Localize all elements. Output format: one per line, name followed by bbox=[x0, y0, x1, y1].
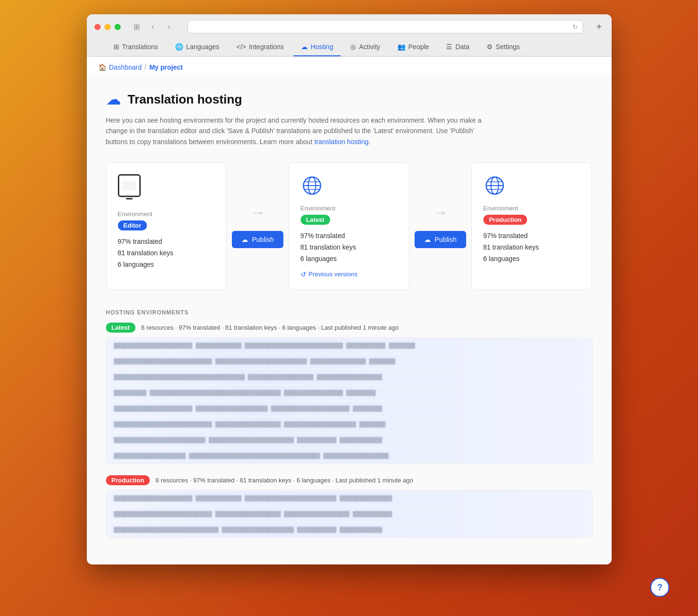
production-hosting-badge: Production bbox=[106, 475, 150, 485]
production-hosting-stats: 8 resources · 97% translated · 81 transl… bbox=[156, 477, 413, 484]
translations-icon: ⊞ bbox=[114, 43, 119, 51]
publish-area-1: → ☁ Publish bbox=[227, 162, 288, 290]
latest-hosting-badge: Latest bbox=[106, 323, 135, 333]
resource-row: ████████████████████████ ██████████████ … bbox=[106, 491, 592, 506]
production-env-label: Environment Production bbox=[483, 205, 581, 225]
settings-icon: ⚙ bbox=[487, 43, 493, 51]
page-description: Here you can see hosting environments fo… bbox=[106, 115, 497, 147]
hosting-icon: ☁ bbox=[301, 43, 308, 51]
publish-area-2: → ☁ Publish bbox=[409, 162, 471, 290]
project-link[interactable]: My project bbox=[149, 63, 183, 71]
production-resource-table: ████████████████████████ ██████████████ … bbox=[106, 490, 593, 538]
resource-row: ████████████████████████████ ███████████… bbox=[106, 432, 592, 448]
sidebar-toggle-button[interactable]: ⊞ bbox=[130, 20, 144, 33]
reload-icon[interactable]: ↻ bbox=[573, 23, 578, 31]
history-icon: ↺ bbox=[301, 271, 306, 278]
languages-icon: 🌐 bbox=[175, 43, 183, 51]
hosting-section-title: HOSTING ENVIRONMENTS bbox=[106, 309, 593, 316]
address-bar[interactable]: ↻ bbox=[188, 20, 583, 33]
editor-stats: 97% translated 81 translation keys 6 lan… bbox=[118, 236, 215, 270]
resource-row: ██████████████████████████████ █████████… bbox=[106, 417, 592, 432]
production-stats: 97% translated 81 translation keys 6 lan… bbox=[483, 230, 581, 264]
data-icon: ☰ bbox=[446, 43, 452, 51]
publish-button-2[interactable]: ☁ Publish bbox=[415, 231, 466, 248]
latest-env-label: Environment Latest bbox=[301, 205, 398, 225]
resource-row: ████████████████████████████████████████… bbox=[106, 369, 592, 385]
resource-row: ████████████████████████ ███████████████… bbox=[106, 401, 592, 417]
page-content: 🏠 Dashboard / My project ☁ Translation h… bbox=[87, 57, 612, 564]
resource-row: ██████████ █████████████████████████████… bbox=[106, 385, 592, 401]
tab-activity[interactable]: ◎ Activity bbox=[343, 38, 387, 56]
arrow-right-icon-2: → bbox=[433, 204, 448, 221]
production-badge: Production bbox=[483, 215, 528, 225]
tab-data[interactable]: ☰ Data bbox=[438, 38, 477, 56]
translation-hosting-link[interactable]: translation hosting bbox=[314, 138, 369, 146]
resource-row: ████████████████████████████████ ███████… bbox=[106, 522, 592, 537]
tab-translations[interactable]: ⊞ Translations bbox=[106, 38, 166, 56]
back-button[interactable]: ‹ bbox=[146, 20, 160, 33]
latest-resource-table: ████████████████████████ ██████████████ … bbox=[106, 337, 593, 464]
publish-icon-2: ☁ bbox=[424, 236, 431, 243]
integrations-icon: </> bbox=[237, 43, 246, 51]
tab-people[interactable]: 👥 People bbox=[390, 38, 437, 56]
new-tab-button[interactable]: + bbox=[594, 21, 604, 32]
env-card-production: Environment Production 97% translated 81… bbox=[471, 162, 593, 290]
main-content: ☁ Translation hosting Here you can see h… bbox=[87, 75, 612, 564]
env-card-latest: Environment Latest 97% translated 81 tra… bbox=[289, 162, 410, 290]
activity-icon: ◎ bbox=[350, 43, 356, 51]
editor-badge: Editor bbox=[118, 220, 147, 230]
environments-row: Environment Editor 97% translated 81 tra… bbox=[106, 162, 593, 290]
dashboard-link[interactable]: Dashboard bbox=[109, 63, 142, 71]
tab-settings[interactable]: ⚙ Settings bbox=[479, 38, 528, 56]
forward-button[interactable]: › bbox=[163, 20, 176, 33]
editor-env-label: Environment Editor bbox=[118, 210, 215, 230]
maximize-dot[interactable] bbox=[115, 24, 121, 30]
resource-row: ████████████████████████ ██████████████ … bbox=[106, 338, 592, 354]
tab-hosting[interactable]: ☁ Hosting bbox=[293, 38, 341, 56]
arrow-right-icon-1: → bbox=[250, 204, 265, 221]
cloud-icon: ☁ bbox=[106, 90, 121, 108]
latest-hosting-row: Latest 8 resources · 97% translated · 81… bbox=[106, 323, 593, 333]
latest-badge: Latest bbox=[301, 215, 330, 225]
page-title: Translation hosting bbox=[128, 92, 242, 107]
previous-versions-link[interactable]: ↺ Previous versions bbox=[301, 271, 398, 278]
breadcrumb-separator: / bbox=[145, 63, 146, 71]
latest-hosting-stats: 8 resources · 97% translated · 81 transl… bbox=[141, 324, 399, 331]
minimize-dot[interactable] bbox=[104, 24, 111, 30]
breadcrumb: 🏠 Dashboard / My project bbox=[87, 57, 612, 75]
home-icon: 🏠 bbox=[98, 63, 106, 71]
globe-icon-production bbox=[483, 174, 506, 197]
browser-window: ⊞ ‹ › ↻ + ⊞ Translations 🌐 Languages </> bbox=[87, 14, 612, 564]
nav-tabs: ⊞ Translations 🌐 Languages </> Integrati… bbox=[94, 38, 604, 56]
help-button[interactable]: ? bbox=[650, 578, 669, 597]
globe-icon-latest bbox=[301, 174, 323, 197]
resource-row: ██████████████████████████████ █████████… bbox=[106, 506, 592, 522]
latest-stats: 97% translated 81 translation keys 6 lan… bbox=[301, 230, 398, 264]
resource-row: ██████████████████████████████ █████████… bbox=[106, 354, 592, 369]
browser-nav: ⊞ ‹ › bbox=[130, 20, 176, 33]
resource-row: ██████████████████████ █████████████████… bbox=[106, 448, 592, 463]
page-header: ☁ Translation hosting bbox=[106, 90, 593, 108]
screen-icon bbox=[118, 174, 141, 197]
publish-button-1[interactable]: ☁ Publish bbox=[232, 231, 283, 248]
tab-integrations[interactable]: </> Integrations bbox=[229, 38, 292, 56]
production-hosting-row: Production 8 resources · 97% translated … bbox=[106, 475, 593, 485]
env-card-editor: Environment Editor 97% translated 81 tra… bbox=[106, 162, 227, 290]
publish-icon-1: ☁ bbox=[241, 236, 248, 243]
browser-chrome: ⊞ ‹ › ↻ + ⊞ Translations 🌐 Languages </> bbox=[87, 14, 612, 57]
people-icon: 👥 bbox=[397, 43, 406, 51]
close-dot[interactable] bbox=[94, 24, 101, 30]
browser-controls: ⊞ ‹ › ↻ + bbox=[94, 20, 604, 33]
tab-languages[interactable]: 🌐 Languages bbox=[167, 38, 227, 56]
hosting-section: HOSTING ENVIRONMENTS Latest 8 resources … bbox=[106, 309, 593, 538]
